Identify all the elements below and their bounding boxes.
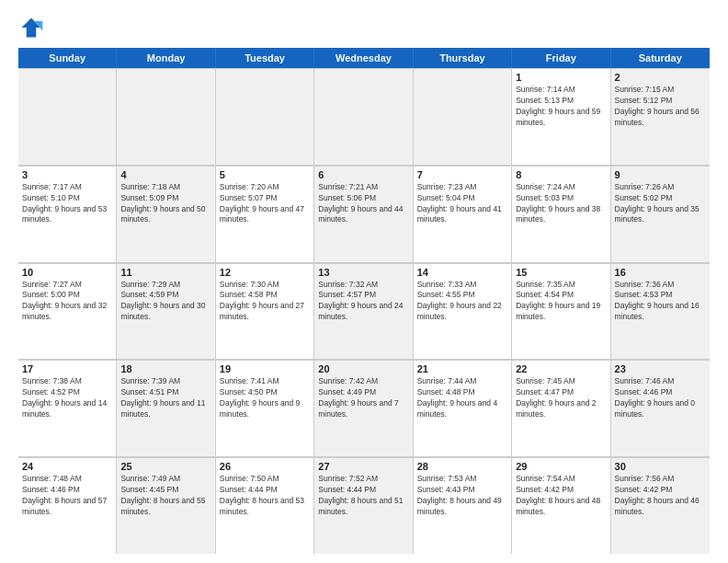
week-row-3: 10Sunrise: 7:27 AMSunset: 5:00 PMDayligh… [18,263,710,361]
day-detail-28: Sunrise: 7:53 AMSunset: 4:43 PMDaylight:… [417,474,507,518]
cal-cell-0-4 [414,68,512,165]
cal-cell-0-5: 1Sunrise: 7:14 AMSunset: 5:13 PMDaylight… [512,68,610,165]
day-number-8: 8 [516,169,606,180]
day-detail-15: Sunrise: 7:35 AMSunset: 4:54 PMDaylight:… [516,280,606,324]
cal-cell-4-5: 29Sunrise: 7:54 AMSunset: 4:42 PMDayligh… [512,457,610,554]
day-number-7: 7 [417,169,507,180]
calendar-body: 1Sunrise: 7:14 AMSunset: 5:13 PMDaylight… [18,68,710,554]
day-number-26: 26 [220,461,310,472]
week-row-5: 24Sunrise: 7:48 AMSunset: 4:46 PMDayligh… [18,457,710,554]
cal-cell-4-1: 25Sunrise: 7:49 AMSunset: 4:45 PMDayligh… [117,457,215,554]
day-number-2: 2 [615,72,706,83]
day-number-25: 25 [120,461,210,472]
cal-cell-0-0 [18,68,117,165]
day-number-6: 6 [318,169,408,180]
cal-cell-3-1: 18Sunrise: 7:39 AMSunset: 4:51 PMDayligh… [117,360,215,456]
day-number-23: 23 [615,363,706,374]
day-detail-9: Sunrise: 7:26 AMSunset: 5:02 PMDaylight:… [615,182,706,226]
day-number-1: 1 [516,72,606,83]
day-detail-25: Sunrise: 7:49 AMSunset: 4:45 PMDaylight:… [120,474,210,518]
day-number-29: 29 [516,461,606,472]
logo-icon [18,15,44,40]
day-number-22: 22 [516,363,606,374]
day-detail-21: Sunrise: 7:44 AMSunset: 4:48 PMDaylight:… [417,376,507,420]
day-detail-5: Sunrise: 7:20 AMSunset: 5:07 PMDaylight:… [220,182,310,226]
cal-cell-2-3: 13Sunrise: 7:32 AMSunset: 4:57 PMDayligh… [314,263,413,360]
day-number-11: 11 [120,267,210,278]
cal-cell-2-2: 12Sunrise: 7:30 AMSunset: 4:58 PMDayligh… [216,263,314,360]
day-detail-10: Sunrise: 7:27 AMSunset: 5:00 PMDaylight:… [22,280,112,324]
day-detail-12: Sunrise: 7:30 AMSunset: 4:58 PMDaylight:… [220,280,310,324]
cal-cell-1-1: 4Sunrise: 7:18 AMSunset: 5:09 PMDaylight… [117,166,215,262]
cal-cell-3-3: 20Sunrise: 7:42 AMSunset: 4:49 PMDayligh… [314,360,413,456]
day-detail-7: Sunrise: 7:23 AMSunset: 5:04 PMDaylight:… [417,182,507,226]
day-number-13: 13 [318,267,408,278]
day-detail-30: Sunrise: 7:56 AMSunset: 4:42 PMDaylight:… [615,474,706,518]
cal-cell-3-0: 17Sunrise: 7:38 AMSunset: 4:52 PMDayligh… [18,360,117,456]
day-detail-13: Sunrise: 7:32 AMSunset: 4:57 PMDaylight:… [318,280,408,324]
cal-cell-2-5: 15Sunrise: 7:35 AMSunset: 4:54 PMDayligh… [512,263,610,360]
day-number-27: 27 [318,461,408,472]
day-detail-17: Sunrise: 7:38 AMSunset: 4:52 PMDaylight:… [22,376,112,420]
day-detail-1: Sunrise: 7:14 AMSunset: 5:13 PMDaylight:… [516,85,606,129]
logo [18,15,48,40]
day-number-21: 21 [417,363,507,374]
header-monday: Monday [117,48,215,68]
day-number-15: 15 [516,267,606,278]
cal-cell-3-4: 21Sunrise: 7:44 AMSunset: 4:48 PMDayligh… [414,360,512,456]
day-number-30: 30 [615,461,706,472]
header-wednesday: Wednesday [314,48,413,68]
header-tuesday: Tuesday [216,48,314,68]
cal-cell-2-4: 14Sunrise: 7:33 AMSunset: 4:55 PMDayligh… [414,263,512,360]
day-number-10: 10 [22,267,112,278]
cal-cell-3-5: 22Sunrise: 7:45 AMSunset: 4:47 PMDayligh… [512,360,610,456]
day-detail-20: Sunrise: 7:42 AMSunset: 4:49 PMDaylight:… [318,376,408,420]
cal-cell-2-0: 10Sunrise: 7:27 AMSunset: 5:00 PMDayligh… [18,263,117,360]
day-number-14: 14 [417,267,507,278]
calendar: Sunday Monday Tuesday Wednesday Thursday… [18,48,710,554]
day-detail-3: Sunrise: 7:17 AMSunset: 5:10 PMDaylight:… [22,182,112,226]
day-detail-22: Sunrise: 7:45 AMSunset: 4:47 PMDaylight:… [516,376,606,420]
header [18,15,710,40]
day-detail-8: Sunrise: 7:24 AMSunset: 5:03 PMDaylight:… [516,182,606,226]
day-detail-23: Sunrise: 7:46 AMSunset: 4:46 PMDaylight:… [615,376,706,420]
svg-marker-0 [22,18,41,38]
day-detail-27: Sunrise: 7:52 AMSunset: 4:44 PMDaylight:… [318,474,408,518]
day-detail-19: Sunrise: 7:41 AMSunset: 4:50 PMDaylight:… [220,376,310,420]
cal-cell-3-2: 19Sunrise: 7:41 AMSunset: 4:50 PMDayligh… [216,360,314,456]
day-number-24: 24 [22,461,112,472]
day-number-19: 19 [220,363,310,374]
cal-cell-2-6: 16Sunrise: 7:36 AMSunset: 4:53 PMDayligh… [611,263,710,360]
day-detail-14: Sunrise: 7:33 AMSunset: 4:55 PMDaylight:… [417,280,507,324]
cal-cell-0-3 [314,68,413,165]
day-detail-29: Sunrise: 7:54 AMSunset: 4:42 PMDaylight:… [516,474,606,518]
cal-cell-4-3: 27Sunrise: 7:52 AMSunset: 4:44 PMDayligh… [314,457,413,554]
cal-cell-0-2 [216,68,314,165]
cal-cell-1-3: 6Sunrise: 7:21 AMSunset: 5:06 PMDaylight… [314,166,413,262]
day-number-12: 12 [220,267,310,278]
cal-cell-4-2: 26Sunrise: 7:50 AMSunset: 4:44 PMDayligh… [216,457,314,554]
cal-cell-2-1: 11Sunrise: 7:29 AMSunset: 4:59 PMDayligh… [117,263,215,360]
day-number-20: 20 [318,363,408,374]
day-number-28: 28 [417,461,507,472]
day-detail-11: Sunrise: 7:29 AMSunset: 4:59 PMDaylight:… [120,280,210,324]
day-number-4: 4 [120,169,210,180]
day-detail-6: Sunrise: 7:21 AMSunset: 5:06 PMDaylight:… [318,182,408,226]
day-detail-18: Sunrise: 7:39 AMSunset: 4:51 PMDaylight:… [120,376,210,420]
cal-cell-1-0: 3Sunrise: 7:17 AMSunset: 5:10 PMDaylight… [18,166,117,262]
header-saturday: Saturday [611,48,710,68]
day-number-3: 3 [22,169,112,180]
header-friday: Friday [512,48,610,68]
week-row-1: 1Sunrise: 7:14 AMSunset: 5:13 PMDaylight… [18,68,710,166]
day-number-5: 5 [220,169,310,180]
cal-cell-1-6: 9Sunrise: 7:26 AMSunset: 5:02 PMDaylight… [611,166,710,262]
day-detail-2: Sunrise: 7:15 AMSunset: 5:12 PMDaylight:… [615,85,706,129]
day-number-16: 16 [615,267,706,278]
day-number-18: 18 [120,363,210,374]
page: Sunday Monday Tuesday Wednesday Thursday… [0,0,728,563]
cal-cell-4-6: 30Sunrise: 7:56 AMSunset: 4:42 PMDayligh… [611,457,710,554]
day-number-9: 9 [615,169,706,180]
day-detail-4: Sunrise: 7:18 AMSunset: 5:09 PMDaylight:… [120,182,210,226]
cal-cell-3-6: 23Sunrise: 7:46 AMSunset: 4:46 PMDayligh… [611,360,710,456]
week-row-2: 3Sunrise: 7:17 AMSunset: 5:10 PMDaylight… [18,166,710,263]
